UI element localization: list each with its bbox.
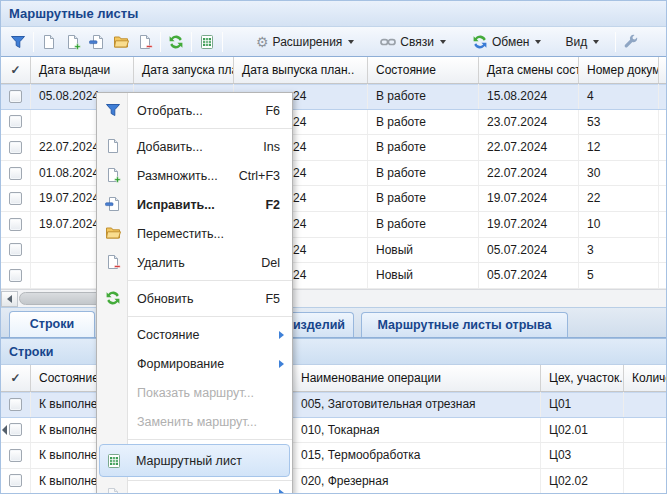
refresh-icon [168, 34, 184, 50]
column-header-operation-name[interactable]: Наименование операции [293, 365, 541, 391]
chain-link-icon [380, 34, 396, 50]
cell-state-change-date: 05.07.2024 [479, 238, 579, 263]
refresh-button[interactable] [164, 31, 188, 53]
new-document-icon [41, 34, 57, 50]
menu-item-refresh[interactable]: Обновить F5 [97, 284, 292, 313]
row-checkbox[interactable] [9, 423, 22, 436]
document-icon [105, 487, 121, 494]
menu-item-formation[interactable]: Формирование [97, 349, 292, 378]
menu-item-delete[interactable]: Удалить Del [97, 248, 292, 277]
menu-item-state[interactable]: Состояние [97, 320, 292, 349]
page-title: Маршрутные листы [9, 6, 138, 21]
cell-doc-number: 3 [579, 238, 659, 263]
column-header-quantity[interactable]: Количество [624, 365, 666, 391]
exchange-label: Обмен [492, 35, 530, 49]
cell-doc-number: 5 [579, 263, 659, 288]
cell-doc-number: 12 [579, 135, 659, 160]
move-button[interactable] [109, 31, 133, 53]
column-header-check[interactable]: ✓ [1, 57, 31, 83]
menu-item-partial[interactable] [97, 484, 292, 494]
toolbar-separator [222, 32, 223, 52]
edit-button[interactable] [85, 31, 109, 53]
row-checkbox[interactable] [9, 398, 22, 411]
scroll-left-button[interactable] [1, 291, 18, 307]
filter-button[interactable] [6, 31, 30, 53]
cell-doc-number: 53 [579, 110, 659, 135]
cell-state-change-date: 05.07.2024 [479, 263, 579, 288]
row-checkbox[interactable] [9, 90, 22, 103]
duplicate-button[interactable] [61, 31, 85, 53]
cell-operation-name: 010, Токарная [293, 418, 541, 443]
settings-wrench-button[interactable] [619, 31, 643, 53]
cell-state: В работе [368, 161, 479, 186]
menu-item-edit[interactable]: Исправить... F2 [97, 190, 292, 219]
menu-item-show-route: Показать маршрут... [97, 378, 292, 407]
tab-route-sheets-tear-off[interactable]: Маршрутные листы отрыва [361, 312, 568, 337]
menu-item-route-sheet[interactable]: Маршрутный лист [99, 444, 290, 477]
add-button[interactable] [37, 31, 61, 53]
toolbar-separator [615, 32, 616, 52]
links-dropdown[interactable]: Связи [374, 31, 452, 53]
column-header-launch-date[interactable]: Дата запуска плановая [134, 57, 234, 83]
upper-grid-header: ✓ Дата выдачи Дата запуска плановая Дата… [1, 57, 666, 84]
collapse-left-icon[interactable] [2, 425, 7, 435]
column-header-issue-date[interactable]: Дата выдачи [31, 57, 134, 83]
menu-item-add[interactable]: Добавить... Ins [97, 132, 292, 161]
row-checkbox[interactable] [9, 167, 22, 180]
column-header-doc-number[interactable]: Номер документа [579, 57, 659, 83]
menu-item-filter[interactable]: Отобрать... F6 [97, 96, 292, 125]
panel-header: Маршрутные листы [1, 1, 666, 27]
cell-state: В работе [368, 84, 479, 109]
extensions-label: Расширения [273, 35, 343, 49]
column-header-release-date[interactable]: Дата выпуска план.. [234, 57, 368, 83]
cell-operation-name: 005, Заготовительная отрезная [293, 392, 541, 417]
filter-icon [105, 102, 121, 118]
menu-item-move[interactable]: Переместить... [97, 219, 292, 248]
row-checkbox[interactable] [9, 141, 22, 154]
view-dropdown[interactable]: Вид [559, 31, 605, 53]
cell-quantity [624, 418, 666, 443]
document-edit-icon [89, 34, 105, 50]
cell-doc-number: 4 [579, 84, 659, 109]
row-checkbox[interactable] [9, 192, 22, 205]
exchange-arrows-icon [472, 34, 488, 50]
column-header-state[interactable]: Состояние [368, 57, 479, 83]
row-checkbox[interactable] [9, 218, 22, 231]
row-checkbox[interactable] [9, 474, 22, 487]
cell-state: В работе [368, 186, 479, 211]
cell-quantity [624, 392, 666, 417]
document-minus-icon [105, 254, 121, 270]
row-checkbox[interactable] [9, 449, 22, 462]
cell-doc-number: 10 [579, 212, 659, 237]
chevron-down-icon [593, 40, 599, 44]
row-checkbox[interactable] [9, 243, 22, 256]
document-minus-icon [137, 34, 153, 50]
cell-state-change-date: 23.07.2024 [479, 110, 579, 135]
cell-state: В работе [368, 212, 479, 237]
column-header-shop[interactable]: Цех, участок. [541, 365, 624, 391]
cell-state-change-date: 19.07.2024 [479, 212, 579, 237]
refresh-icon [105, 290, 121, 306]
open-folder-icon [113, 34, 129, 50]
new-document-icon [105, 138, 121, 154]
menu-item-duplicate[interactable]: Размножить... Ctrl+F3 [97, 161, 292, 190]
chevron-down-icon [348, 40, 354, 44]
cell-state-change-date: 22.07.2024 [479, 135, 579, 160]
row-checkbox[interactable] [9, 269, 22, 282]
spreadsheet-icon [106, 453, 122, 469]
open-folder-icon [105, 225, 121, 241]
column-header-check[interactable]: ✓ [1, 365, 31, 391]
delete-button[interactable] [133, 31, 157, 53]
cell-state-change-date: 22.07.2024 [479, 161, 579, 186]
excel-export-button[interactable] [195, 31, 219, 53]
document-plus-icon [105, 167, 121, 183]
extensions-dropdown[interactable]: ⚙ Расширения [250, 31, 360, 53]
links-label: Связи [400, 35, 434, 49]
document-plus-icon [65, 34, 81, 50]
row-checkbox[interactable] [9, 115, 22, 128]
column-header-state-change-date[interactable]: Дата смены состояния [479, 57, 579, 83]
cell-shop: Ц02.02 [541, 469, 624, 494]
tab-stroki[interactable]: Строки [9, 311, 95, 337]
exchange-dropdown[interactable]: Обмен [466, 31, 548, 53]
menu-item-replace-route: Заменить маршрут... [97, 407, 292, 436]
